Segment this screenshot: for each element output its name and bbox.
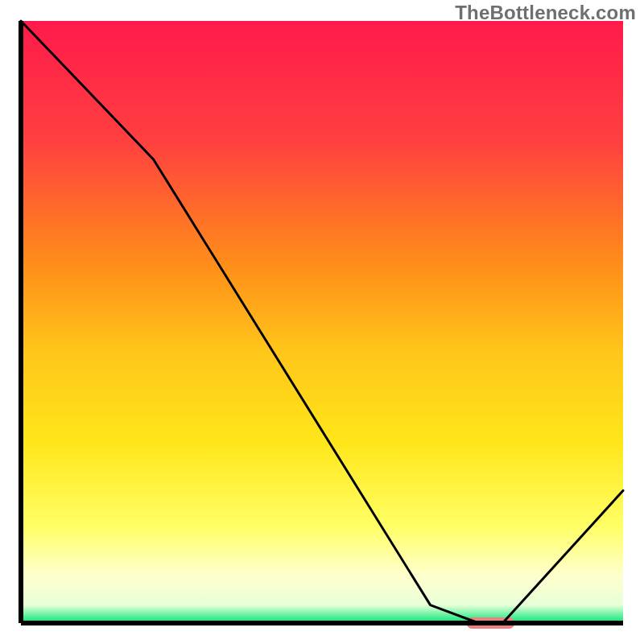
gradient-background xyxy=(21,21,623,623)
watermark-text: TheBottleneck.com xyxy=(455,2,636,24)
bottleneck-chart xyxy=(0,0,644,644)
chart-container: TheBottleneck.com xyxy=(0,0,644,644)
